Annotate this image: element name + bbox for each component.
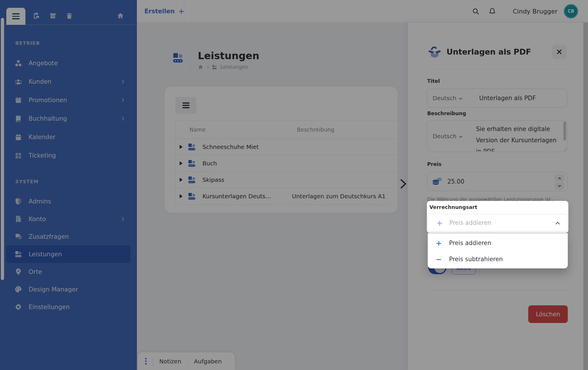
option-preis-subtrahieren[interactable]: − Preis subtrahieren (428, 251, 568, 267)
plus-icon: + (436, 218, 443, 227)
verrechnungsart-select[interactable]: + Preis addieren (428, 214, 567, 232)
option-preis-addieren[interactable]: + Preis addieren (428, 235, 568, 251)
verrechnungsart-options: + Preis addieren − Preis subtrahieren (428, 233, 568, 268)
verrechnungsart-field: Verrechnungsart + Preis addieren (427, 201, 568, 233)
verrechnungsart-label: Verrechnungsart (429, 204, 567, 210)
minus-icon: − (436, 255, 449, 264)
modal-backdrop[interactable] (0, 0, 588, 370)
verrechnungsart-placeholder: Preis addieren (449, 219, 492, 226)
chevron-up-icon (556, 222, 560, 226)
plus-icon: + (436, 239, 449, 247)
